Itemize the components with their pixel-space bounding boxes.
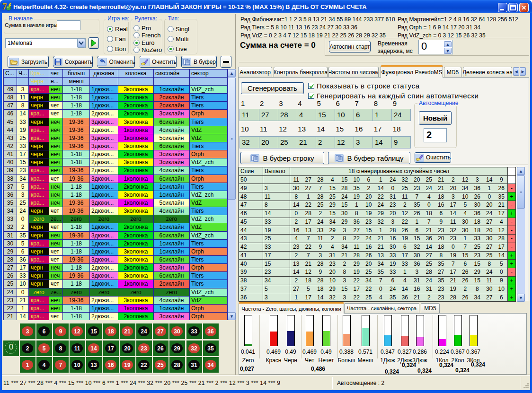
svg-text:7: 7 <box>2 1 7 11</box>
